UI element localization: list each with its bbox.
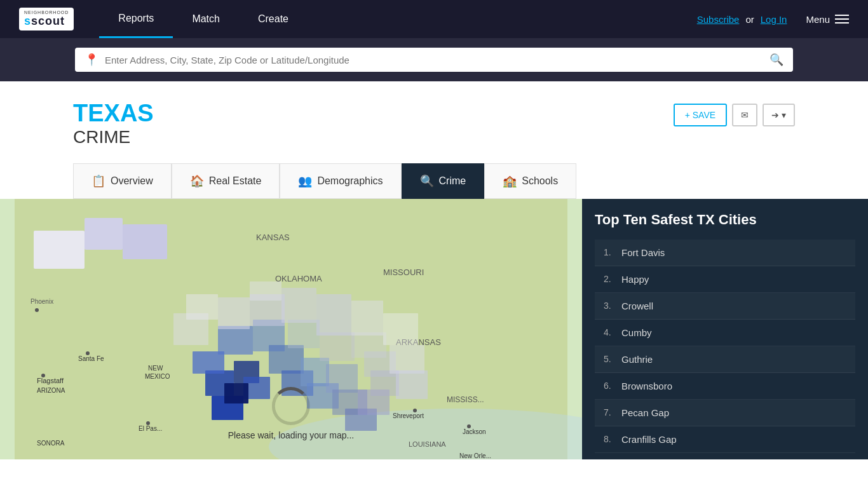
panel-title: Top Ten Safest TX Cities (595, 212, 855, 228)
save-button[interactable]: + SAVE (674, 104, 727, 126)
search-button[interactable]: 🔍 (770, 53, 783, 67)
tab-crime[interactable]: 🔍 Crime (402, 163, 485, 199)
city-rank: 4. (604, 327, 621, 337)
svg-rect-46 (320, 332, 355, 361)
city-rank: 3. (604, 301, 621, 311)
tab-real-estate[interactable]: 🏠 Real Estate (172, 163, 280, 199)
svg-rect-37 (301, 358, 329, 386)
svg-text:Shreveport: Shreveport (393, 412, 424, 419)
city-name: Pecan Gap (621, 407, 669, 418)
city-name: Crowell (621, 301, 653, 311)
svg-text:NEW: NEW (148, 365, 163, 372)
svg-rect-53 (281, 288, 316, 323)
page-title-line2: CRIME (73, 127, 154, 147)
city-name: Fort Davis (621, 247, 665, 258)
logo-top-text: NEIGHBORHOOD (24, 10, 69, 15)
title-row: TEXAS CRIME + SAVE ✉ ➔ ▾ (73, 100, 795, 147)
search-wrapper: 📍 🔍 (0, 38, 868, 81)
logo[interactable]: NEIGHBORHOOD sscout (19, 8, 74, 30)
share-button[interactable]: ➔ ▾ (763, 104, 795, 126)
tab-overview[interactable]: 📋 Overview (73, 163, 172, 199)
demographics-icon: 👥 (298, 174, 312, 188)
logo-bottom-text: sscout (24, 15, 65, 28)
city-name: Cumby (621, 327, 652, 338)
svg-rect-47 (288, 320, 320, 348)
svg-rect-3 (85, 218, 123, 250)
city-list-item[interactable]: 8.Cranfills Gap (595, 426, 855, 453)
hamburger-icon (835, 15, 849, 24)
svg-text:El Pas...: El Pas... (139, 425, 162, 432)
city-rank: 6. (604, 381, 621, 391)
loading-spinner (272, 387, 310, 425)
svg-rect-56 (383, 313, 418, 345)
email-button[interactable]: ✉ (732, 104, 757, 126)
city-rank: 1. (604, 247, 621, 257)
svg-text:ARIZONA: ARIZONA (37, 387, 65, 394)
logo-area: NEIGHBORHOOD sscout (19, 8, 74, 30)
svg-rect-52 (250, 281, 281, 301)
nav-item-reports[interactable]: Reports (99, 0, 173, 38)
city-rank: 2. (604, 274, 621, 284)
svg-text:Santa Fe: Santa Fe (78, 355, 104, 362)
overview-icon: 📋 (92, 174, 105, 188)
city-list-item[interactable]: 3.Crowell (595, 293, 855, 320)
svg-text:MISSOURI: MISSOURI (383, 268, 424, 277)
svg-text:LOUISIANA: LOUISIANA (409, 440, 446, 448)
svg-rect-35 (269, 345, 304, 374)
svg-rect-50 (218, 297, 250, 329)
svg-point-13 (146, 421, 150, 425)
or-text: or (745, 14, 754, 25)
map-placeholder: Flagstaff ARIZONA Santa Fe NEW MEXICO El… (0, 199, 582, 459)
search-input[interactable] (105, 55, 770, 65)
page-content: TEXAS CRIME + SAVE ✉ ➔ ▾ 📋 Overview 🏠 Re… (0, 81, 868, 199)
right-panel: Top Ten Safest TX Cities 1.Fort Davis2.H… (582, 199, 868, 459)
svg-text:SONORA: SONORA (37, 440, 65, 447)
svg-rect-54 (316, 294, 351, 336)
svg-text:OKLAHOMA: OKLAHOMA (275, 274, 322, 283)
map-section: Flagstaff ARIZONA Santa Fe NEW MEXICO El… (0, 199, 582, 459)
svg-text:Phoenix: Phoenix (31, 298, 53, 305)
city-rank: 8. (604, 434, 621, 444)
real-estate-icon: 🏠 (190, 174, 204, 188)
action-buttons: + SAVE ✉ ➔ ▾ (674, 104, 795, 126)
svg-text:KANSAS: KANSAS (256, 233, 290, 242)
menu-button[interactable]: Menu (806, 14, 849, 25)
city-name: Guthrie (621, 354, 653, 365)
tab-demographics[interactable]: 👥 Demographics (280, 163, 401, 199)
main-area: Flagstaff ARIZONA Santa Fe NEW MEXICO El… (0, 199, 868, 459)
search-bar: 📍 🔍 (75, 48, 793, 72)
svg-text:New Orle...: New Orle... (459, 452, 491, 459)
svg-text:Flagstaff: Flagstaff (37, 377, 64, 384)
loading-text: Please wait, loading your map... (228, 430, 354, 440)
tabs-row: 📋 Overview 🏠 Real Estate 👥 Demographics … (73, 163, 795, 199)
title-block: TEXAS CRIME (73, 100, 154, 147)
tab-schools[interactable]: 🏫 Schools (484, 163, 576, 199)
city-list-item[interactable]: 5.Guthrie (595, 346, 855, 373)
city-list-item[interactable]: 6.Brownsboro (595, 373, 855, 400)
city-list-item[interactable]: 1.Fort Davis (595, 240, 855, 266)
svg-rect-58 (396, 370, 428, 399)
city-rank: 7. (604, 407, 621, 417)
nav-item-create[interactable]: Create (239, 0, 308, 38)
page-title-line1: TEXAS (73, 100, 154, 127)
svg-point-24 (467, 424, 471, 428)
crime-icon: 🔍 (420, 174, 434, 188)
svg-rect-2 (34, 231, 85, 269)
city-name: Cranfills Gap (621, 434, 677, 445)
svg-rect-32 (193, 351, 224, 374)
loading-overlay: Please wait, loading your map... (228, 387, 354, 440)
svg-point-7 (41, 374, 45, 377)
subscribe-link[interactable]: Subscribe (697, 14, 740, 25)
login-link[interactable]: Log In (761, 14, 787, 25)
city-name: Brownsboro (621, 381, 672, 391)
svg-rect-45 (351, 332, 386, 358)
city-list-item[interactable]: 7.Pecan Gap (595, 400, 855, 426)
header: NEIGHBORHOOD sscout Reports Match Create… (0, 0, 868, 38)
svg-point-9 (86, 351, 90, 355)
nav-item-match[interactable]: Match (173, 0, 239, 38)
city-list-item[interactable]: 2.Happy (595, 266, 855, 293)
svg-rect-49 (186, 294, 218, 320)
svg-rect-57 (390, 345, 424, 374)
svg-rect-33 (218, 326, 253, 355)
city-list-item[interactable]: 4.Cumby (595, 320, 855, 346)
